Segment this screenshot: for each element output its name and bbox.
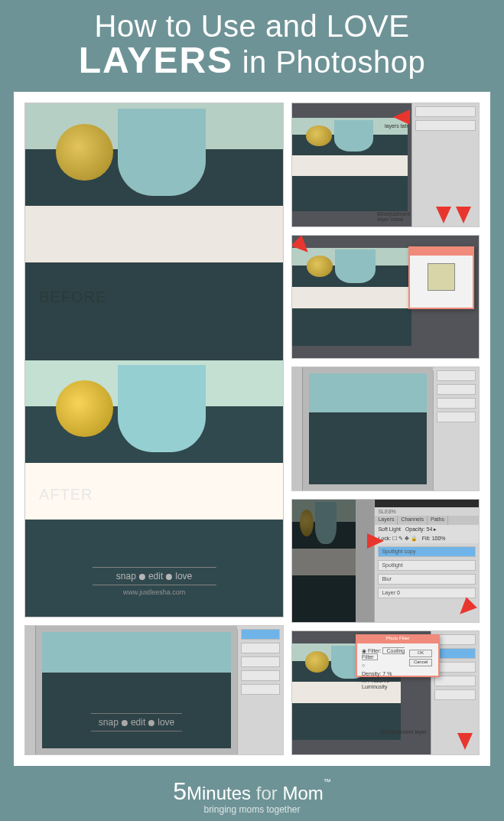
watermark-love: love <box>175 571 192 582</box>
watermark-edit: edit <box>148 571 163 582</box>
photoshop-full-screenshot: snapeditlove <box>24 625 284 755</box>
logo-for: for <box>256 783 278 803</box>
arrow-down-icon <box>457 733 473 750</box>
arrow-down-2-icon <box>436 207 451 223</box>
watermark-snap: snap <box>116 571 136 582</box>
tab-channels[interactable]: Channels <box>398 516 428 525</box>
thumb-2-color-dialog <box>291 235 480 360</box>
preserve-luminosity-checkbox[interactable]: Preserve Luminosity <box>362 678 389 689</box>
footer-tagline: bringing moms together <box>203 804 300 815</box>
fill-value[interactable]: 100% <box>432 536 446 541</box>
title-rest: in Photoshop <box>233 45 425 79</box>
thumb1-photo <box>292 118 408 211</box>
layer-row-0[interactable]: Spotlight copy <box>378 546 476 557</box>
opacity-value[interactable]: 54 <box>427 526 433 532</box>
fill-label: Fill: <box>422 536 431 541</box>
watermark: snapeditlove www.justleesha.com <box>76 564 231 596</box>
layer-row-2[interactable]: Blur <box>378 574 476 585</box>
ps-canvas: snapeditlove <box>36 626 237 754</box>
collage-board: snapeditlove www.justleesha.com BEFORE A… <box>14 92 490 766</box>
tab-layers[interactable]: Layers <box>375 516 398 525</box>
thumb-4-opacity-panel: SLE8% LayersChannelsPaths Soft Light Opa… <box>291 499 480 624</box>
logo-minutes: Minutes <box>187 783 251 803</box>
arrow-to-opacity-icon <box>367 533 384 549</box>
arrow-to-tab-icon <box>393 109 410 125</box>
arrow-down-1-icon <box>456 207 471 223</box>
before-photo <box>25 103 283 360</box>
mask-label: fill/adjustment layer mask <box>377 211 408 222</box>
ps-panels <box>237 626 283 754</box>
thumb2-photo <box>292 248 411 346</box>
thumb-3-full-workspace <box>291 367 480 491</box>
before-label: BEFORE <box>39 288 106 306</box>
thumb-5-photofilter: Photo Filter ◉ Filter: Cooling Filter ○ … <box>291 630 480 755</box>
title-line2: LAYERS in Photoshop <box>15 39 489 81</box>
site-footer: 5Minutes for Mom™ bringing moms together <box>0 771 504 821</box>
layer-row-3[interactable]: Layer 0 <box>378 588 476 598</box>
logo-tm: ™ <box>324 777 331 786</box>
ps-toolbar <box>25 626 36 754</box>
logo-mom: Mom <box>282 783 323 803</box>
filter-label: Filter: <box>368 648 382 653</box>
thumb3-side <box>433 367 479 490</box>
color-swatch <box>428 263 455 291</box>
thumb-1-layers-tab: layers tab fill/adjustment layer mask <box>291 103 480 227</box>
layers-tab-label: layers tab <box>385 123 408 129</box>
thumb3-toolbar <box>292 367 303 490</box>
tab-paths[interactable]: Paths <box>428 516 448 525</box>
density-label: Density: <box>362 671 381 676</box>
title-layers: LAYERS <box>79 40 233 80</box>
watermark-url: www.justleesha.com <box>76 588 231 596</box>
fill-adj-label: fill/adjustment layer <box>381 729 427 735</box>
cancel-button[interactable]: Cancel <box>409 659 432 666</box>
after-label: AFTER <box>39 486 93 503</box>
thumb4-gutter <box>356 500 374 623</box>
before-after-panel: snapeditlove www.justleesha.com BEFORE A… <box>24 103 284 617</box>
thumb3-canvas <box>303 367 433 490</box>
color-options-dialog <box>408 246 474 309</box>
logo-5: 5 <box>173 777 187 805</box>
opacity-label: Opacity: <box>405 526 425 532</box>
photo-filter-dialog: Photo Filter ◉ Filter: Cooling Filter ○ … <box>356 634 440 677</box>
dialog-title: Photo Filter <box>357 636 438 643</box>
layer-row-1[interactable]: Spotlight <box>378 560 476 571</box>
ok-button[interactable]: OK <box>409 650 432 657</box>
density-value[interactable]: 7 % <box>382 671 392 676</box>
mini-watermark: snapeditlove <box>80 710 193 735</box>
footer-logo: 5Minutes for Mom™ <box>173 777 331 806</box>
page-title: How to Use and LOVE LAYERS in Photoshop <box>0 0 504 86</box>
thumb4-photo-edge <box>292 500 356 623</box>
blend-mode-select[interactable]: Soft Light <box>378 526 401 532</box>
